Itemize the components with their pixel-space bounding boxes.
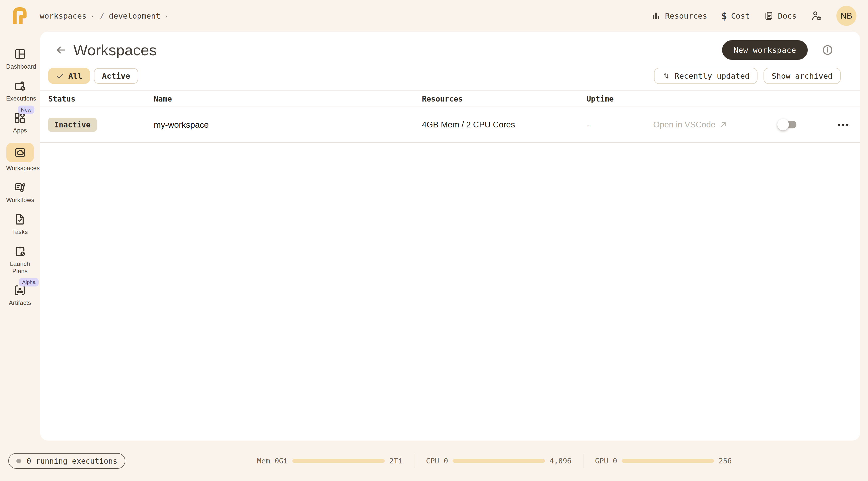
chevron-down-icon: [90, 13, 95, 19]
chevron-down-icon: [163, 13, 169, 19]
sidebar-item-label: Launch Plans: [6, 260, 34, 275]
sidebar-item-artifacts[interactable]: Alpha Artifacts: [9, 283, 31, 307]
back-arrow-icon[interactable]: [55, 44, 67, 56]
sidebar-item-label: Tasks: [12, 229, 28, 236]
sidebar-item-tasks[interactable]: Tasks: [12, 213, 28, 236]
sidebar-item-apps[interactable]: New Apps: [13, 111, 27, 134]
workflows-icon-wrap: [13, 181, 27, 194]
show-archived-label: Show archived: [772, 71, 833, 81]
filter-all-chip[interactable]: All: [48, 68, 90, 84]
new-workspace-button[interactable]: New workspace: [722, 40, 808, 60]
gauge-divider: [414, 454, 414, 468]
tasks-icon: [13, 213, 26, 226]
row-menu-button[interactable]: [827, 124, 860, 126]
breadcrumb-separator: /: [100, 11, 104, 20]
cpu-gauge: CPU 0 4,096: [426, 457, 571, 465]
toggle-knob: [777, 119, 789, 130]
gpu-gauge-bar: [622, 459, 714, 463]
nav-docs-label: Docs: [778, 11, 797, 20]
union-logo[interactable]: [10, 6, 29, 25]
executions-icon-wrap: [13, 79, 27, 93]
mem-gauge: Mem 0Gi 2Ti: [257, 457, 402, 465]
sidebar-item-dashboard[interactable]: Dashboard: [6, 47, 34, 70]
sidebar-item-label: Dashboard: [6, 63, 34, 70]
column-header-status: Status: [48, 94, 154, 103]
gpu-gauge-capacity: 256: [719, 457, 732, 465]
mem-gauge-label: Mem: [257, 457, 270, 465]
tasks-icon-wrap: [13, 213, 26, 226]
running-executions-label: 0 running executions: [27, 457, 117, 465]
sidebar: Dashboard Executions New Apps: [0, 32, 40, 481]
column-header-resources: Resources: [422, 94, 586, 103]
sidebar-item-executions[interactable]: Executions: [6, 79, 34, 102]
sidebar-item-workspaces[interactable]: Workspaces: [6, 143, 34, 172]
resource-gauges: Mem 0Gi 2Ti CPU 0 4,096 GPU 0 256: [257, 453, 732, 469]
table-row[interactable]: Inactive my-workspace 4GB Mem / 2 CPU Co…: [40, 107, 860, 143]
workspace-toggle[interactable]: [779, 121, 797, 128]
cpu-gauge-capacity: 4,096: [550, 457, 571, 465]
mem-gauge-capacity: 2Ti: [389, 457, 402, 465]
dashboard-icon: [13, 48, 27, 61]
sort-arrows-icon: [662, 71, 671, 80]
nav-resources-label: Resources: [665, 11, 707, 20]
status-badge: Inactive: [48, 118, 97, 132]
sort-button-label: Recently updated: [675, 71, 750, 81]
cpu-gauge-used: 0: [444, 457, 448, 465]
workspace-uptime: -: [586, 120, 653, 129]
sidebar-item-workflows[interactable]: Workflows: [6, 181, 34, 204]
sidebar-item-label: Executions: [6, 95, 34, 102]
breadcrumb: workspaces / development: [40, 11, 169, 20]
column-header-name: Name: [154, 94, 422, 103]
breadcrumb-project-select[interactable]: workspaces: [40, 11, 95, 20]
filter-active-chip[interactable]: Active: [94, 68, 138, 84]
workspaces-icon-wrap: [6, 143, 34, 162]
avatar[interactable]: NB: [836, 6, 857, 26]
executions-icon: [13, 80, 27, 92]
sidebar-item-label: Workflows: [6, 197, 34, 204]
launch-plans-icon-wrap: [13, 244, 27, 258]
filter-all-label: All: [68, 71, 82, 81]
dashboard-icon-wrap: [13, 47, 27, 61]
sidebar-item-label: Apps: [13, 127, 27, 134]
workspace-name: my-workspace: [154, 120, 422, 130]
workspaces-icon: [13, 146, 27, 159]
cpu-gauge-label: CPU: [426, 457, 439, 465]
sort-button[interactable]: Recently updated: [654, 68, 758, 84]
open-in-vscode-label: Open in VSCode: [653, 120, 716, 129]
top-nav: Resources $ Cost Docs NB: [651, 6, 857, 26]
user-gear-icon[interactable]: [811, 10, 822, 22]
launch-plans-icon: [13, 245, 27, 258]
panel-header: Workspaces New workspace: [40, 32, 860, 60]
check-icon: [56, 71, 64, 80]
sidebar-item-launch-plans[interactable]: Launch Plans: [6, 244, 34, 275]
page-title: Workspaces: [73, 41, 157, 59]
workflows-icon: [13, 181, 27, 194]
sidebar-item-label: Workspaces: [6, 164, 34, 172]
sidebar-item-label: Artifacts: [9, 299, 31, 307]
breadcrumb-domain-select[interactable]: development: [109, 11, 169, 20]
gpu-gauge-used: 0: [613, 457, 617, 465]
info-icon[interactable]: [822, 44, 833, 56]
breadcrumb-domain-label: development: [109, 11, 160, 20]
bar-chart-icon: [651, 11, 661, 21]
nav-docs[interactable]: Docs: [764, 11, 797, 21]
column-header-uptime: Uptime: [586, 94, 653, 103]
docs-icon: [764, 11, 774, 21]
alpha-badge: Alpha: [19, 278, 39, 286]
running-executions-chip[interactable]: 0 running executions: [8, 453, 125, 469]
gpu-gauge: GPU 0 256: [595, 457, 732, 465]
cpu-gauge-bar: [453, 459, 545, 463]
nav-cost[interactable]: $ Cost: [721, 10, 750, 21]
workspaces-table: Status Name Resources Uptime Inactive my…: [40, 90, 860, 143]
mem-gauge-bar: [292, 459, 385, 463]
nav-resources[interactable]: Resources: [651, 11, 707, 21]
external-link-icon: [719, 120, 727, 129]
filter-row: All Active Recently updated Show archive…: [40, 68, 860, 84]
gauge-divider: [583, 454, 583, 468]
status-dot: [16, 459, 21, 463]
open-in-vscode-link[interactable]: Open in VSCode: [653, 120, 779, 129]
table-header: Status Name Resources Uptime: [40, 90, 860, 107]
gpu-gauge-label: GPU: [595, 457, 608, 465]
breadcrumb-project-label: workspaces: [40, 11, 87, 20]
show-archived-button[interactable]: Show archived: [764, 68, 841, 84]
